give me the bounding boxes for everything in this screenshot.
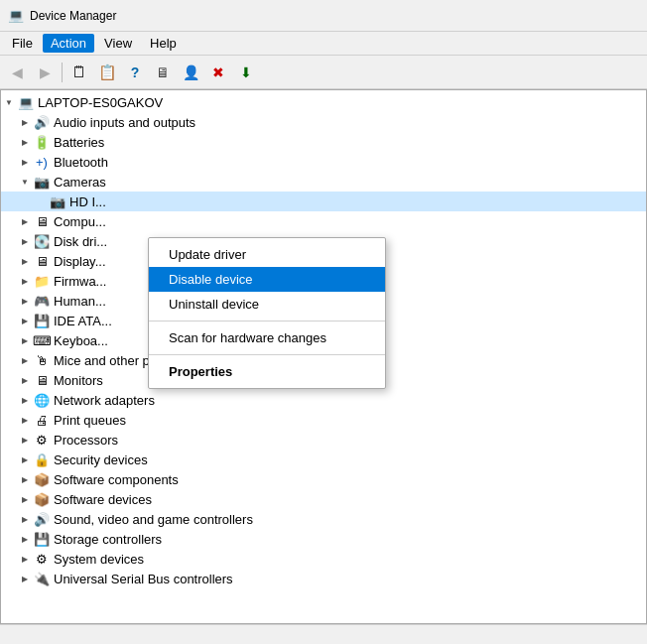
icon-network: 🌐 [33,391,51,409]
tree-item-cameras[interactable]: 📷 Cameras [1,172,646,192]
expand-mice[interactable] [17,350,33,370]
label-monitors: Monitors [54,373,103,388]
tree-item-batteries[interactable]: 🔋 Batteries [1,132,646,152]
icon-laptop: 💻 [17,93,35,111]
icon-usb: 🔌 [33,570,51,587]
expand-disk[interactable] [17,231,33,251]
label-sound: Sound, video and game controllers [54,512,253,527]
icon-sound: 🔊 [33,510,51,528]
expand-print[interactable] [17,410,33,430]
icon-computer: 🖥 [33,212,51,230]
tree-item-audio[interactable]: 🔊 Audio inputs and outputs [1,112,646,132]
forward-button[interactable]: ▶ [32,60,58,85]
expand-keyboard[interactable] [17,330,33,350]
ctx-properties[interactable]: Properties [149,359,385,384]
app-title: Device Manager [30,9,116,23]
label-processors: Processors [54,433,118,448]
expand-cameras[interactable] [17,172,33,192]
expand-network[interactable] [17,390,33,410]
tree-item-software-comp[interactable]: 📦 Software components [1,469,646,489]
expand-hd [33,192,49,211]
icon-software-dev: 📦 [33,490,51,508]
tree-item-network[interactable]: 🌐 Network adapters [1,390,646,410]
icon-display: 🖥 [33,252,51,270]
toolbar-sep-1 [62,63,63,82]
menu-bar: File Action View Help [0,32,647,56]
download-button[interactable]: ⬇ [233,60,259,85]
tree-item-computer[interactable]: 🖥 Compu... [1,211,646,231]
menu-view[interactable]: View [96,34,140,53]
ctx-scan-hardware[interactable]: Scan for hardware changes [149,325,385,350]
icon-human: 🎮 [33,292,51,310]
label-keyboard: Keyboa... [54,333,108,348]
icon-system: ⚙ [33,550,51,568]
tree-item-usb[interactable]: 🔌 Universal Serial Bus controllers [1,569,646,588]
toolbar: ◀ ▶ 🗒 📋 ? 🖥 👤 ✖ ⬇ [0,56,647,89]
expand-bluetooth[interactable] [17,152,33,172]
expand-system[interactable] [17,549,33,569]
tree-item-software-dev[interactable]: 📦 Software devices [1,489,646,509]
label-cameras: Cameras [54,175,106,190]
label-audio: Audio inputs and outputs [54,115,195,130]
app-icon: 💻 [8,8,24,24]
icon-security: 🔒 [33,451,51,468]
tree-item-storage[interactable]: 💾 Storage controllers [1,529,646,549]
tree-item-hd-cam[interactable]: 📷 HD I... [1,192,646,211]
back-button[interactable]: ◀ [4,60,30,85]
ctx-disable-device[interactable]: Disable device [149,267,385,292]
label-firmware: Firmwa... [54,274,106,289]
scan-button[interactable]: 🖥 [150,60,176,85]
ctx-uninstall-device[interactable]: Uninstall device [149,292,385,317]
label-human: Human... [54,294,106,309]
expand-sound[interactable] [17,509,33,529]
expand-human[interactable] [17,291,33,311]
icon-cameras: 📷 [33,173,51,191]
label-storage: Storage controllers [54,532,162,547]
icon-processors: ⚙ [33,431,51,449]
menu-action[interactable]: Action [43,34,94,53]
expand-security[interactable] [17,450,33,469]
expand-software-comp[interactable] [17,469,33,489]
label-disk: Disk dri... [54,234,107,249]
expand-batteries[interactable] [17,132,33,152]
properties-button[interactable]: 🗒 [66,60,92,85]
menu-help[interactable]: Help [142,34,185,53]
ctx-sep-2 [149,354,385,355]
label-bluetooth: Bluetooth [54,155,108,170]
expand-ide[interactable] [17,311,33,330]
icon-batteries: 🔋 [33,133,51,151]
expand-usb[interactable] [17,569,33,588]
tree-item-print[interactable]: 🖨 Print queues [1,410,646,430]
expand-laptop[interactable] [1,92,17,112]
label-display: Display... [54,254,106,269]
tree-item-laptop[interactable]: 💻 LAPTOP-ES0GAKOV [1,92,646,112]
expand-software-dev[interactable] [17,489,33,509]
label-computer: Compu... [54,214,106,229]
expand-storage[interactable] [17,529,33,549]
expand-comp[interactable] [17,211,33,231]
update-driver-button[interactable]: 📋 [94,60,120,85]
context-menu: Update driver Disable device Uninstall d… [148,237,386,389]
icon-disk: 💽 [33,232,51,250]
label-batteries: Batteries [54,135,104,150]
expand-processors[interactable] [17,430,33,450]
tree-item-system[interactable]: ⚙ System devices [1,549,646,569]
expand-display[interactable] [17,251,33,271]
ctx-update-driver[interactable]: Update driver [149,242,385,267]
label-ide: IDE ATA... [54,314,112,328]
expand-firmware[interactable] [17,271,33,291]
icon-monitors: 🖥 [33,371,51,389]
expand-audio[interactable] [17,112,33,132]
label-security: Security devices [54,452,148,467]
icon-audio: 🔊 [33,113,51,131]
tree-item-processors[interactable]: ⚙ Processors [1,430,646,450]
tree-item-security[interactable]: 🔒 Security devices [1,450,646,469]
expand-monitors[interactable] [17,370,33,390]
label-system: System devices [54,552,144,567]
help-button[interactable]: ? [122,60,148,85]
tree-item-bluetooth[interactable]: +) Bluetooth [1,152,646,172]
add-button[interactable]: 👤 [178,60,203,85]
menu-file[interactable]: File [4,34,41,53]
remove-button[interactable]: ✖ [205,60,231,85]
tree-item-sound[interactable]: 🔊 Sound, video and game controllers [1,509,646,529]
